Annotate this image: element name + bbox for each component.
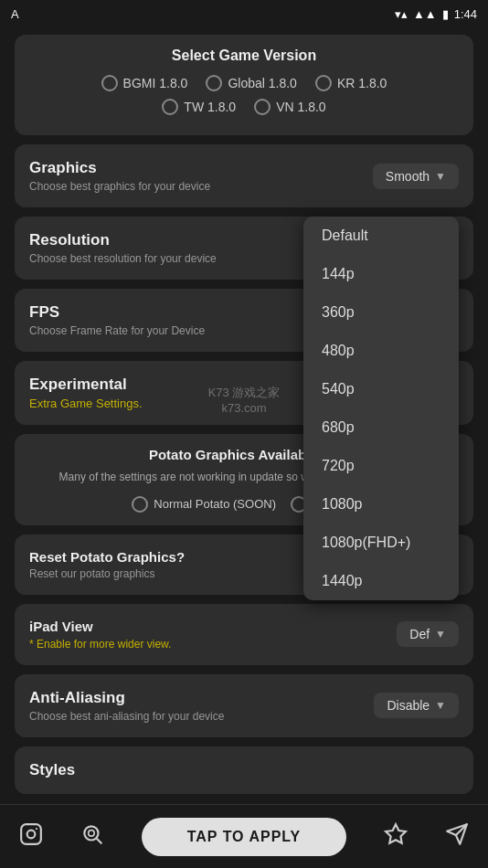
battery-icon: ▮ bbox=[442, 7, 449, 21]
radio-circle-normal-potato bbox=[132, 496, 148, 513]
radio-circle-kr bbox=[315, 75, 332, 91]
styles-title: Styles bbox=[29, 761, 459, 779]
status-bar: A ▾▴ ▲▲ ▮ 1:44 bbox=[0, 0, 488, 27]
search-icon[interactable] bbox=[80, 822, 104, 852]
anti-aliasing-subtitle: Choose best ani-aliasing for your device bbox=[29, 710, 224, 723]
radio-label-global: Global 1.8.0 bbox=[228, 76, 297, 90]
resolution-option-1440p[interactable]: 1440p bbox=[303, 562, 459, 600]
ipad-view-info: iPad View * Enable for more wider view. bbox=[29, 619, 171, 651]
fps-info: FPS Choose Frame Rate for your Device bbox=[29, 303, 205, 337]
radio-global[interactable]: Global 1.8.0 bbox=[206, 75, 297, 91]
anti-aliasing-header: Anti-Aliasing Choose best ani-aliasing f… bbox=[29, 689, 459, 723]
graphics-value: Smooth bbox=[386, 169, 430, 184]
resolution-option-540p[interactable]: 540p bbox=[303, 370, 459, 408]
radio-label-tw: TW 1.8.0 bbox=[184, 100, 236, 114]
svg-rect-0 bbox=[21, 824, 41, 844]
anti-aliasing-card: Anti-Aliasing Choose best ani-aliasing f… bbox=[15, 674, 473, 737]
svg-point-2 bbox=[35, 827, 37, 829]
graphics-info: Graphics Choose best graphics for your d… bbox=[29, 159, 210, 193]
tap-to-apply-button[interactable]: TAP TO APPLY bbox=[142, 818, 347, 856]
main-content: Select Game Version BGMI 1.8.0 Global 1.… bbox=[0, 27, 488, 868]
fps-subtitle: Choose Frame Rate for your Device bbox=[29, 324, 205, 337]
bottom-nav: TAP TO APPLY bbox=[0, 804, 488, 868]
resolution-section: Resolution Choose best resolution for yo… bbox=[15, 217, 473, 280]
radio-label-normal-potato: Normal Potato (SOON) bbox=[154, 497, 276, 511]
radio-circle-tw bbox=[162, 99, 178, 115]
resolution-info: Resolution Choose best resolution for yo… bbox=[29, 231, 217, 265]
resolution-option-1080p[interactable]: 1080p bbox=[303, 485, 459, 524]
graphics-header: Graphics Choose best graphics for your d… bbox=[29, 159, 459, 193]
styles-card: Styles bbox=[15, 746, 473, 794]
svg-point-1 bbox=[27, 830, 35, 838]
radio-label-vn: VN 1.8.0 bbox=[276, 100, 325, 114]
graphics-subtitle: Choose best graphics for your device bbox=[29, 180, 210, 193]
resolution-option-360p[interactable]: 360p bbox=[303, 293, 459, 332]
resolution-option-144p[interactable]: 144p bbox=[303, 255, 459, 293]
ipad-dropdown-arrow-icon: ▼ bbox=[435, 628, 446, 640]
resolution-option-1080pfhd[interactable]: 1080p(FHD+) bbox=[303, 524, 459, 562]
radio-bgmi[interactable]: BGMI 1.8.0 bbox=[101, 75, 188, 91]
anti-aliasing-dropdown[interactable]: Disable ▼ bbox=[374, 693, 459, 718]
radio-kr[interactable]: KR 1.8.0 bbox=[315, 75, 387, 91]
anti-aliasing-arrow-icon: ▼ bbox=[435, 699, 446, 712]
svg-point-3 bbox=[84, 826, 98, 840]
graphics-dropdown[interactable]: Smooth ▼ bbox=[373, 164, 459, 189]
ipad-view-header: iPad View * Enable for more wider view. … bbox=[29, 619, 459, 651]
radio-label-kr: KR 1.8.0 bbox=[337, 76, 387, 90]
game-version-title: Select Game Version bbox=[29, 48, 459, 64]
svg-point-5 bbox=[88, 830, 94, 836]
resolution-dropdown-list[interactable]: Default 144p 360p 480p 540p 680p 720p 10… bbox=[303, 217, 459, 600]
resolution-option-720p[interactable]: 720p bbox=[303, 447, 459, 485]
radio-circle-global bbox=[206, 75, 222, 91]
ipad-view-dropdown[interactable]: Def ▼ bbox=[397, 621, 459, 647]
radio-label-bgmi: BGMI 1.8.0 bbox=[123, 76, 188, 90]
ipad-view-card: iPad View * Enable for more wider view. … bbox=[15, 604, 473, 665]
resolution-option-480p[interactable]: 480p bbox=[303, 332, 459, 370]
resolution-option-680p[interactable]: 680p bbox=[303, 408, 459, 447]
status-icons: ▾▴ ▲▲ ▮ 1:44 bbox=[395, 7, 477, 21]
radio-circle-vn bbox=[254, 99, 271, 115]
ipad-view-title: iPad View bbox=[29, 619, 171, 634]
ipad-view-subtitle: * Enable for more wider view. bbox=[29, 638, 171, 651]
anti-aliasing-title: Anti-Aliasing bbox=[29, 689, 224, 707]
game-version-card: Select Game Version BGMI 1.8.0 Global 1.… bbox=[15, 35, 473, 135]
resolution-option-default[interactable]: Default bbox=[303, 217, 459, 255]
anti-aliasing-info: Anti-Aliasing Choose best ani-aliasing f… bbox=[29, 689, 224, 723]
fps-title: FPS bbox=[29, 303, 205, 322]
radio-circle-bgmi bbox=[101, 75, 118, 91]
time-display: 1:44 bbox=[454, 7, 477, 21]
resolution-title: Resolution bbox=[29, 231, 217, 249]
star-icon[interactable] bbox=[384, 822, 408, 852]
game-version-row-1: BGMI 1.8.0 Global 1.8.0 KR 1.8.0 bbox=[29, 75, 459, 91]
instagram-icon[interactable] bbox=[19, 822, 43, 852]
signal-icon: ▲▲ bbox=[413, 7, 437, 21]
ipad-view-value: Def bbox=[409, 627, 430, 641]
wifi-icon: ▾▴ bbox=[395, 7, 408, 21]
reset-potato-subtitle: Reset our potato graphics bbox=[29, 567, 185, 580]
reset-potato-title: Reset Potato Graphics? bbox=[29, 549, 185, 565]
radio-tw[interactable]: TW 1.8.0 bbox=[162, 99, 236, 115]
svg-line-4 bbox=[97, 839, 101, 843]
reset-potato-info: Reset Potato Graphics? Reset our potato … bbox=[29, 549, 185, 580]
resolution-subtitle: Choose best resolution for your device bbox=[29, 252, 217, 265]
game-version-row-2: TW 1.8.0 VN 1.8.0 bbox=[29, 99, 459, 115]
dropdown-arrow-icon: ▼ bbox=[435, 170, 446, 183]
svg-marker-6 bbox=[387, 824, 407, 843]
anti-aliasing-value: Disable bbox=[387, 698, 430, 713]
graphics-title: Graphics bbox=[29, 159, 210, 177]
radio-vn[interactable]: VN 1.8.0 bbox=[254, 99, 325, 115]
app-icon: A bbox=[11, 7, 19, 21]
graphics-card: Graphics Choose best graphics for your d… bbox=[15, 144, 473, 207]
radio-normal-potato[interactable]: Normal Potato (SOON) bbox=[132, 496, 276, 513]
send-icon[interactable] bbox=[445, 822, 469, 852]
